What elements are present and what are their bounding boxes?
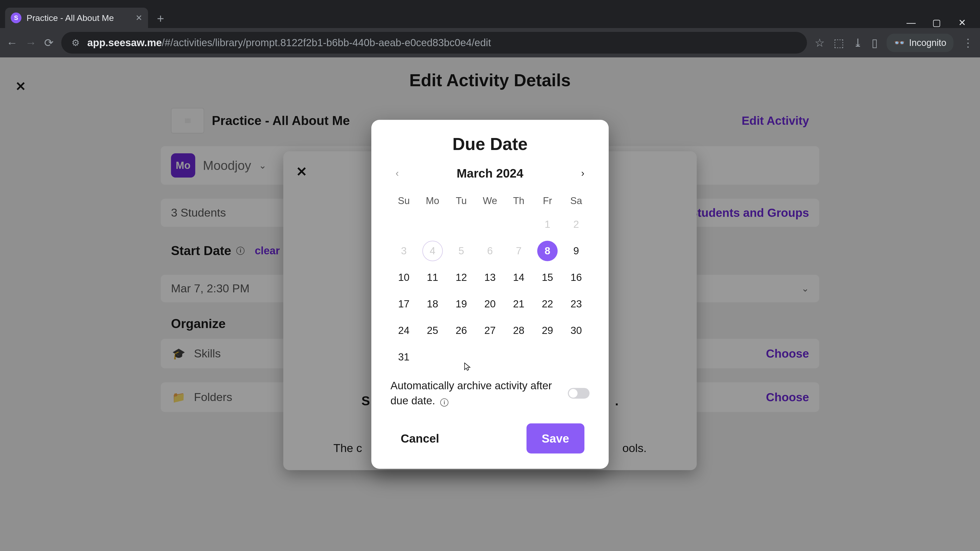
calendar-day[interactable]: 10 bbox=[393, 267, 414, 288]
calendar-day[interactable]: 12 bbox=[451, 267, 471, 288]
calendar-day[interactable]: 25 bbox=[422, 321, 443, 341]
calendar-day: 4 bbox=[422, 241, 443, 261]
calendar-day[interactable]: 31 bbox=[393, 347, 414, 367]
browser-tab[interactable]: S Practice - All About Me ✕ bbox=[5, 8, 148, 28]
calendar-day[interactable]: 28 bbox=[509, 321, 529, 341]
reader-icon[interactable]: ▯ bbox=[872, 36, 878, 49]
calendar-grid: SuMoTuWeThFrSa12345678910111213141516171… bbox=[390, 192, 590, 369]
info-icon[interactable]: i bbox=[440, 399, 449, 407]
site-info-icon[interactable]: ⚙ bbox=[72, 38, 80, 48]
seesaw-favicon-icon: S bbox=[11, 13, 21, 23]
new-tab-button[interactable]: + bbox=[149, 9, 172, 28]
calendar-day: 3 bbox=[393, 241, 414, 261]
calendar-day-empty bbox=[451, 214, 471, 235]
window-close-icon[interactable]: ✕ bbox=[957, 17, 967, 28]
calendar-day: 2 bbox=[566, 214, 587, 235]
url-text: app.seesaw.me/#/activities/library/promp… bbox=[87, 37, 491, 48]
calendar-month-label: March 2024 bbox=[457, 166, 523, 180]
calendar-day-empty bbox=[480, 214, 500, 235]
prev-month-icon[interactable]: ‹ bbox=[393, 165, 401, 181]
calendar-day-header: Tu bbox=[448, 192, 475, 210]
calendar-day[interactable]: 18 bbox=[422, 294, 443, 314]
calendar-day-header: Su bbox=[390, 192, 417, 210]
calendar-day-header: Fr bbox=[534, 192, 561, 210]
cancel-button[interactable]: Cancel bbox=[396, 424, 444, 453]
due-date-modal: Due Date ‹ March 2024 › SuMoTuWeThFrSa12… bbox=[371, 120, 609, 469]
window-maximize-icon[interactable]: ▢ bbox=[932, 17, 942, 28]
calendar-day: 6 bbox=[480, 241, 500, 261]
calendar-day[interactable]: 16 bbox=[566, 267, 587, 288]
archive-toggle[interactable] bbox=[568, 388, 590, 399]
nav-reload-icon[interactable]: ⟳ bbox=[44, 36, 54, 49]
calendar-day: 1 bbox=[537, 214, 558, 235]
modal-title: Due Date bbox=[390, 134, 590, 154]
next-month-icon[interactable]: › bbox=[579, 165, 587, 181]
calendar-day[interactable]: 23 bbox=[566, 294, 587, 314]
calendar-day[interactable]: 20 bbox=[480, 294, 500, 314]
nav-forward-icon[interactable]: → bbox=[25, 37, 37, 49]
incognito-badge[interactable]: 👓 Incognito bbox=[886, 34, 953, 52]
tab-title: Practice - All About Me bbox=[27, 13, 130, 23]
calendar-day[interactable]: 9 bbox=[566, 241, 587, 261]
calendar-day-header: Sa bbox=[563, 192, 590, 210]
browser-tab-bar: S Practice - All About Me ✕ + — ▢ ✕ bbox=[0, 0, 980, 28]
window-minimize-icon[interactable]: — bbox=[906, 17, 916, 28]
incognito-icon: 👓 bbox=[894, 38, 905, 48]
calendar-day[interactable]: 8 bbox=[537, 241, 558, 261]
calendar-day[interactable]: 17 bbox=[393, 294, 414, 314]
calendar-day-empty bbox=[393, 214, 414, 235]
calendar-day[interactable]: 26 bbox=[451, 321, 471, 341]
calendar-day: 7 bbox=[509, 241, 529, 261]
calendar-day-header: Th bbox=[505, 192, 532, 210]
calendar-day[interactable]: 11 bbox=[422, 267, 443, 288]
calendar-day-header: Mo bbox=[419, 192, 446, 210]
calendar-day[interactable]: 21 bbox=[509, 294, 529, 314]
bookmark-icon[interactable]: ☆ bbox=[815, 36, 824, 49]
tab-close-icon[interactable]: ✕ bbox=[135, 13, 142, 23]
browser-menu-icon[interactable]: ⋮ bbox=[963, 36, 974, 49]
calendar-day[interactable]: 15 bbox=[537, 267, 558, 288]
calendar-day[interactable]: 29 bbox=[537, 321, 558, 341]
extensions-icon[interactable]: ⬚ bbox=[834, 36, 844, 49]
calendar-day[interactable]: 24 bbox=[393, 321, 414, 341]
calendar-day[interactable]: 14 bbox=[509, 267, 529, 288]
calendar-day-empty bbox=[422, 214, 443, 235]
calendar-day-empty bbox=[509, 214, 529, 235]
calendar-day[interactable]: 30 bbox=[566, 321, 587, 341]
downloads-icon[interactable]: ⤓ bbox=[853, 36, 862, 49]
calendar-day[interactable]: 13 bbox=[480, 267, 500, 288]
calendar-day: 5 bbox=[451, 241, 471, 261]
save-button[interactable]: Save bbox=[527, 424, 584, 454]
calendar-day[interactable]: 27 bbox=[480, 321, 500, 341]
url-bar[interactable]: ⚙ app.seesaw.me/#/activities/library/pro… bbox=[61, 32, 807, 54]
calendar-day[interactable]: 22 bbox=[537, 294, 558, 314]
nav-back-icon[interactable]: ← bbox=[6, 37, 18, 49]
browser-nav-bar: ← → ⟳ ⚙ app.seesaw.me/#/activities/libra… bbox=[0, 28, 980, 57]
calendar-day-header: We bbox=[477, 192, 504, 210]
calendar-day[interactable]: 19 bbox=[451, 294, 471, 314]
archive-label: Automatically archive activity after due… bbox=[390, 378, 560, 408]
